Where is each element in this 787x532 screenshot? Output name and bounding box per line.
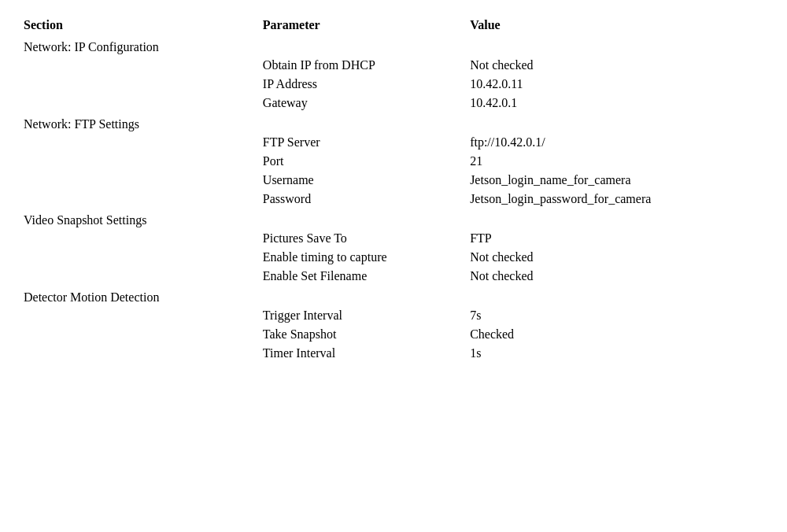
table-row: PasswordJetson_login_password_for_camera — [19, 190, 768, 209]
value-cell: Checked — [465, 325, 768, 344]
value-cell: FTP — [465, 229, 768, 248]
section-row: Network: IP Configuration — [19, 35, 768, 56]
table-row: Trigger Interval7s — [19, 306, 768, 325]
table-header: Section Parameter Value — [19, 16, 768, 35]
empty-section — [19, 56, 258, 75]
value-cell: Jetson_login_name_for_camera — [465, 171, 768, 190]
table-row: UsernameJetson_login_name_for_camera — [19, 171, 768, 190]
empty-section — [19, 190, 258, 209]
empty-section — [19, 75, 258, 94]
value-cell: 10.42.0.1 — [465, 94, 768, 113]
empty-section — [19, 248, 258, 267]
parameter-cell: Enable timing to capture — [258, 248, 465, 267]
parameter-cell: Gateway — [258, 94, 465, 113]
parameter-cell: FTP Server — [258, 133, 465, 152]
table-row: Obtain IP from DHCPNot checked — [19, 56, 768, 75]
parameter-cell: Pictures Save To — [258, 229, 465, 248]
empty-section — [19, 325, 258, 344]
parameter-cell: Trigger Interval — [258, 306, 465, 325]
table-row: Gateway10.42.0.1 — [19, 94, 768, 113]
value-header: Value — [465, 16, 768, 35]
parameter-cell: IP Address — [258, 75, 465, 94]
table-row: Port21 — [19, 152, 768, 171]
empty-val — [465, 209, 768, 229]
value-cell: 10.42.0.11 — [465, 75, 768, 94]
value-cell: Not checked — [465, 248, 768, 267]
parameter-cell: Port — [258, 152, 465, 171]
empty-param — [258, 286, 465, 306]
parameter-cell: Obtain IP from DHCP — [258, 56, 465, 75]
parameter-cell: Username — [258, 171, 465, 190]
empty-section — [19, 171, 258, 190]
table-row: Enable Set FilenameNot checked — [19, 267, 768, 286]
section-row: Network: FTP Settings — [19, 113, 768, 133]
empty-val — [465, 113, 768, 133]
empty-section — [19, 344, 258, 363]
empty-section — [19, 306, 258, 325]
empty-section — [19, 133, 258, 152]
table-row: Timer Interval1s — [19, 344, 768, 363]
value-cell: 21 — [465, 152, 768, 171]
value-cell: 1s — [465, 344, 768, 363]
section-name: Network: IP Configuration — [19, 35, 258, 56]
table-row: Pictures Save ToFTP — [19, 229, 768, 248]
empty-param — [258, 113, 465, 133]
value-cell: Jetson_login_password_for_camera — [465, 190, 768, 209]
parameter-cell: Password — [258, 190, 465, 209]
value-cell: Not checked — [465, 267, 768, 286]
section-name: Detector Motion Detection — [19, 286, 258, 306]
config-table: Section Parameter Value Network: IP Conf… — [19, 16, 768, 363]
parameter-cell: Timer Interval — [258, 344, 465, 363]
value-cell: ftp://10.42.0.1/ — [465, 133, 768, 152]
parameter-cell: Enable Set Filename — [258, 267, 465, 286]
empty-section — [19, 94, 258, 113]
section-name: Network: FTP Settings — [19, 113, 258, 133]
table-row: Enable timing to captureNot checked — [19, 248, 768, 267]
empty-section — [19, 229, 258, 248]
table-row: FTP Serverftp://10.42.0.1/ — [19, 133, 768, 152]
empty-val — [465, 286, 768, 306]
section-row: Video Snapshot Settings — [19, 209, 768, 229]
empty-val — [465, 35, 768, 56]
parameter-cell: Take Snapshot — [258, 325, 465, 344]
value-cell: 7s — [465, 306, 768, 325]
value-cell: Not checked — [465, 56, 768, 75]
empty-param — [258, 209, 465, 229]
section-row: Detector Motion Detection — [19, 286, 768, 306]
table-row: IP Address10.42.0.11 — [19, 75, 768, 94]
parameter-header: Parameter — [258, 16, 465, 35]
empty-section — [19, 152, 258, 171]
section-name: Video Snapshot Settings — [19, 209, 258, 229]
section-header: Section — [19, 16, 258, 35]
table-row: Take SnapshotChecked — [19, 325, 768, 344]
empty-param — [258, 35, 465, 56]
empty-section — [19, 267, 258, 286]
